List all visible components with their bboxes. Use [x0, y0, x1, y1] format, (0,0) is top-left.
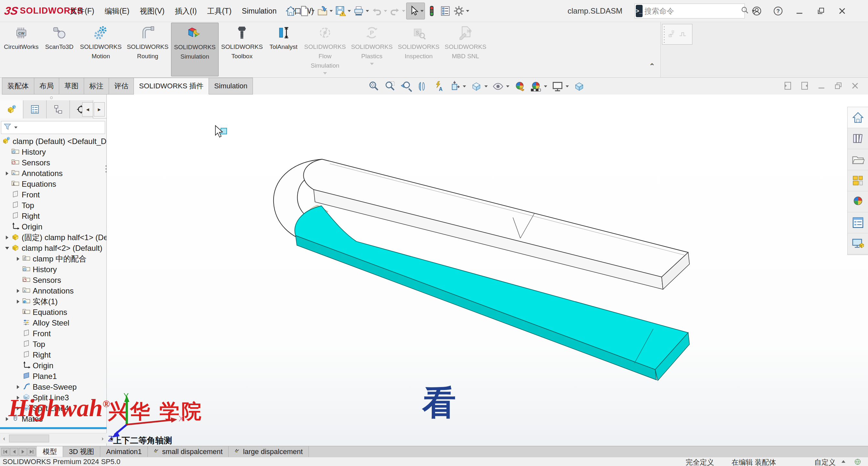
tree-item-Origin[interactable]: Origin — [0, 360, 107, 371]
toolbar-save-button[interactable] — [334, 3, 352, 20]
doc-tab-3D-视图[interactable]: 3D 视图 — [63, 446, 100, 457]
panel-splitter-dot[interactable] — [50, 96, 53, 99]
tree-item-Front[interactable]: Front — [0, 189, 107, 200]
first-tab-button[interactable] — [1, 448, 9, 456]
toolbar-options-button[interactable] — [452, 3, 470, 20]
doc-restore-button[interactable] — [833, 81, 843, 92]
doc-close-button[interactable] — [850, 81, 860, 92]
drag-handle-icon[interactable] — [663, 26, 666, 43]
tree-item-Annotations[interactable]: AAnnotations — [0, 285, 107, 296]
panel-tab-propertymanager[interactable] — [23, 100, 46, 118]
account-button[interactable] — [750, 4, 764, 18]
hide-show-items-caret-icon[interactable] — [506, 85, 509, 87]
graphics-area[interactable] — [107, 94, 868, 446]
headsup-zoom-to-fit-button[interactable] — [367, 80, 380, 93]
save-caret-icon[interactable] — [348, 10, 351, 12]
taskpane-appearances-scenes-button[interactable] — [848, 191, 868, 212]
toolbar-select-button[interactable] — [406, 3, 425, 20]
command-tab-标注[interactable]: 标注 — [84, 78, 109, 94]
tree-item-clamp-中的配合[interactable]: clamp 中的配合 — [0, 253, 107, 264]
tree-item-Base-Sweep[interactable]: Base-Sweep — [0, 382, 107, 392]
tree-item-Split-Line4[interactable]: Split Line4 — [0, 403, 107, 414]
tree-item-Origin[interactable]: Origin — [0, 221, 107, 232]
headsup-display-style-button[interactable] — [470, 80, 488, 93]
doc-tab-模型[interactable]: 模型 — [37, 446, 63, 457]
expand-arrow-expanded[interactable] — [3, 247, 11, 250]
toolbar-home-button[interactable] — [284, 3, 298, 20]
doc-tab-Animation1[interactable]: Animation1 — [100, 446, 148, 457]
addin-solidworks-plastics-button[interactable]: PSOLIDWORKSPlastics — [348, 23, 395, 76]
panel-tab-scroll-left[interactable]: ◂ — [82, 102, 93, 117]
apply-scene-caret-icon[interactable] — [544, 85, 547, 87]
doc-tab-large-dispalcement[interactable]: large dispalcement — [229, 446, 309, 457]
scroll-left-icon[interactable]: ‹ — [1, 435, 8, 442]
tree-item-Right[interactable]: Right — [0, 211, 107, 221]
tree-item-Alloy-Steel[interactable]: Alloy Steel — [0, 317, 107, 328]
doc-pane-left-button[interactable] — [783, 81, 793, 92]
undo-caret-icon[interactable] — [384, 10, 387, 12]
addin-caret-icon[interactable] — [370, 63, 374, 65]
tree-item-Top[interactable]: Top — [0, 200, 107, 211]
addin-solidworks-mbd-snl-button[interactable]: 3DSOLIDWORKSMBD SNL — [442, 23, 489, 76]
addin-solidworks-flow-simulation-button[interactable]: SOLIDWORKSFlowSimulation — [302, 23, 349, 76]
tree-item-Equations[interactable]: ΣEquations — [0, 179, 107, 189]
redo-caret-icon[interactable] — [402, 10, 405, 12]
taskpane-solidworks-resources-button[interactable] — [848, 233, 868, 254]
scrollbar-thumb[interactable] — [9, 435, 49, 442]
addin-solidworks-motion-button[interactable]: SOLIDWORKSMotion — [77, 23, 124, 76]
panel-tab-configurationmanager[interactable] — [46, 100, 70, 118]
expand-arrow-collapsed[interactable] — [14, 300, 22, 303]
headsup-hide-show-items-button[interactable] — [492, 80, 510, 93]
tree-item-Split-Line3[interactable]: Split Line3 — [0, 392, 107, 403]
open-caret-icon[interactable] — [330, 10, 333, 12]
menu-item-插入(I)[interactable]: 插入(I) — [170, 3, 202, 19]
addin-scanto3d-button[interactable]: ScanTo3D — [41, 23, 77, 76]
headsup-zoom-to-area-button[interactable] — [383, 80, 397, 93]
command-tab-装配体[interactable]: 装配体 — [2, 78, 34, 94]
help-button[interactable]: ? — [771, 4, 785, 18]
status-globe-icon[interactable] — [854, 458, 862, 466]
panel-tab-scroll-right[interactable]: ▸ — [94, 102, 105, 117]
tree-item-Equations[interactable]: ΣEquations — [0, 307, 107, 317]
new-document-caret-icon[interactable] — [311, 10, 315, 12]
addin-tolanalyst-button[interactable]: TolAnalyst — [266, 23, 302, 76]
options-caret-icon[interactable] — [466, 10, 469, 12]
last-tab-button[interactable] — [28, 448, 36, 456]
expand-arrow-collapsed[interactable] — [14, 385, 22, 389]
addin-solidworks-routing-button[interactable]: SOLIDWORKSRouting — [124, 23, 171, 76]
search-icon[interactable] — [740, 6, 749, 16]
addin-solidworks-simulation-button[interactable]: SOLIDWORKSSimulation — [171, 23, 219, 76]
maximize-button[interactable] — [814, 4, 828, 18]
headsup-previous-view-button[interactable] — [400, 80, 413, 93]
prev-tab-button[interactable] — [10, 448, 18, 456]
view-settings-caret-icon[interactable] — [566, 85, 569, 87]
headsup-dynamic-annotation-views-button[interactable]: A — [432, 80, 445, 93]
tree-item-clamp-half<2>-(Default)[interactable]: clamp half<2> (Default) — [0, 243, 107, 253]
print-caret-icon[interactable] — [366, 10, 369, 12]
addin-solidworks-toolbox-button[interactable]: SOLIDWORKSToolbox — [219, 23, 266, 76]
addin-circuitworks-button[interactable]: CWCircuitWorks — [1, 23, 41, 76]
doc-minimize-button[interactable] — [816, 81, 827, 92]
doc-tab-small-dispalcement[interactable]: small dispalcement — [148, 446, 229, 457]
addin-caret-icon[interactable] — [323, 72, 327, 75]
toolbar-new-document-button[interactable] — [298, 3, 316, 20]
taskpane-view-palette-button[interactable] — [848, 170, 868, 191]
tree-item-History[interactable]: History — [0, 264, 107, 275]
collapse-ribbon-chevron-icon[interactable]: ⌃ — [649, 62, 655, 70]
toolbar-file-properties-button[interactable] — [438, 3, 452, 20]
status-caret-icon[interactable] — [841, 460, 845, 463]
toolbar-rebuild-button[interactable] — [425, 3, 438, 20]
tree-item-Annotations[interactable]: AAnnotations — [0, 168, 107, 179]
toolbar-undo-button[interactable] — [370, 3, 388, 20]
doc-pane-right-button[interactable] — [800, 81, 810, 92]
next-tab-button[interactable] — [19, 448, 27, 456]
menu-item-文件(F)[interactable]: 文件(F) — [65, 3, 99, 19]
tree-filter[interactable] — [1, 121, 105, 134]
tree-item-History[interactable]: History — [0, 147, 107, 157]
expand-arrow-collapsed[interactable] — [14, 257, 22, 261]
expand-arrow-collapsed[interactable] — [3, 172, 11, 175]
tree-item-Mates[interactable]: Mates — [0, 414, 107, 424]
headsup-view-settings-button[interactable] — [551, 80, 569, 93]
headsup-section-view-button[interactable] — [416, 80, 429, 93]
taskpane-home-button[interactable] — [848, 107, 868, 128]
